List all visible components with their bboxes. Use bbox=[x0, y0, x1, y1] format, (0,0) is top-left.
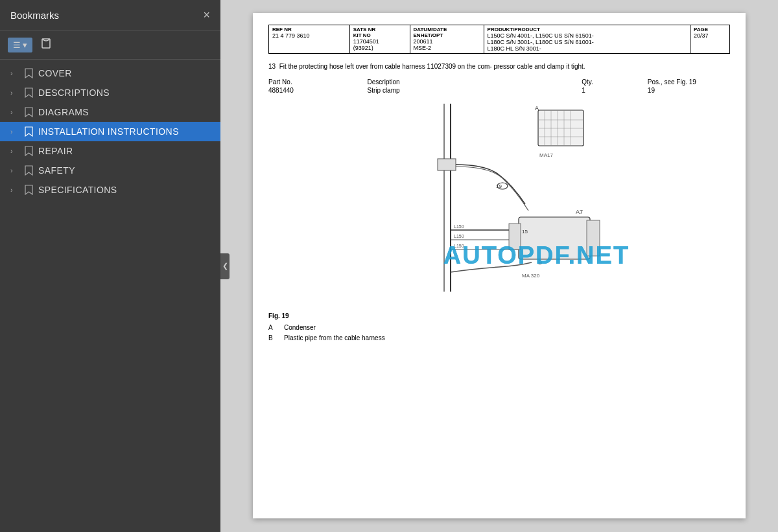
bookmark-item-icon bbox=[25, 68, 33, 78]
chevron-icon: › bbox=[10, 167, 19, 174]
svg-text:15: 15 bbox=[522, 229, 528, 235]
bookmark-item-cover[interactable]: › COVER bbox=[0, 64, 220, 83]
chevron-icon: › bbox=[10, 89, 19, 97]
bookmark-item-icon bbox=[25, 107, 33, 117]
svg-rect-15 bbox=[519, 217, 590, 259]
table-row: 4881440 Strip clamp 1 19 bbox=[268, 86, 730, 95]
sidebar-header: Bookmarks × bbox=[0, 0, 220, 30]
bookmark-item-safety[interactable]: › SAFETY bbox=[0, 161, 220, 180]
document-page: REF NR 21 4 779 3610 SATS NR KIT NO 1170… bbox=[253, 13, 746, 518]
bookmark-item-icon bbox=[25, 165, 33, 176]
document-header-table: REF NR 21 4 779 3610 SATS NR KIT NO 1170… bbox=[268, 25, 730, 54]
fig-item: BPlastic pipe from the cable harness bbox=[268, 333, 730, 343]
enhet-label: ENHET/OPT bbox=[414, 32, 480, 38]
parts-table: Part No. Description Qty. Pos., see Fig.… bbox=[268, 78, 730, 95]
bookmark-item-descriptions[interactable]: › DESCRIPTIONS bbox=[0, 83, 220, 102]
fig-label: Fig. 19 bbox=[268, 311, 730, 321]
svg-text:B: B bbox=[538, 259, 542, 266]
kit-no-sub: (93921) bbox=[353, 45, 407, 51]
bookmark-label: INSTALLATION INSTRUCTIONS bbox=[38, 126, 179, 137]
page-value: 20/37 bbox=[694, 32, 726, 39]
bookmark-label: SPECIFICATIONS bbox=[38, 185, 117, 195]
chevron-icon: › bbox=[10, 186, 19, 194]
bookmark-item-installation[interactable]: › INSTALLATION INSTRUCTIONS bbox=[0, 122, 220, 141]
svg-text:A7: A7 bbox=[576, 209, 583, 215]
list-icon: ☰ bbox=[13, 40, 21, 50]
svg-text:MA 320: MA 320 bbox=[522, 273, 540, 279]
svg-rect-31 bbox=[587, 220, 600, 256]
bookmark-item-icon bbox=[25, 87, 33, 98]
svg-rect-1 bbox=[538, 110, 584, 146]
bookmark-label: SAFETY bbox=[38, 165, 75, 176]
bookmark-toolbar-icon[interactable] bbox=[36, 36, 56, 54]
svg-text:L150: L150 bbox=[454, 234, 464, 238]
fig-item-letter: A bbox=[268, 323, 276, 333]
close-button[interactable]: × bbox=[203, 9, 210, 21]
ref-nr-label: REF NR bbox=[272, 27, 346, 32]
bookmark-item-icon bbox=[25, 185, 33, 195]
produkt-value: L150C S/N 4001-, L150C US S/N 61501- L18… bbox=[488, 32, 687, 52]
bookmark-item-icon bbox=[25, 126, 33, 137]
chevron-icon: › bbox=[10, 147, 19, 155]
bookmark-label: REPAIR bbox=[38, 146, 73, 156]
svg-text:MA17: MA17 bbox=[539, 152, 553, 158]
part-no-cell: 4881440 bbox=[268, 86, 368, 95]
svg-text:L150: L150 bbox=[454, 244, 464, 248]
bookmark-label: COVER bbox=[38, 68, 72, 78]
chevron-icon: › bbox=[10, 69, 19, 77]
description-cell: Strip clamp bbox=[368, 86, 582, 95]
svg-text:L150: L150 bbox=[454, 224, 464, 229]
bookmark-item-icon bbox=[25, 146, 33, 156]
list-dropdown-icon: ▾ bbox=[23, 40, 27, 50]
kit-no-value: 11704501 bbox=[353, 38, 407, 45]
fig-item: ACondenser bbox=[268, 323, 730, 333]
bookmark-label: DESCRIPTIONS bbox=[38, 87, 110, 98]
sidebar: Bookmarks × ☰ ▾ › COVER › bbox=[0, 0, 220, 532]
fig-item-text: Plastic pipe from the cable harness bbox=[284, 333, 385, 343]
sidebar-collapse-button[interactable]: ❮ bbox=[220, 253, 230, 279]
bookmark-icon-svg bbox=[40, 38, 52, 49]
sidebar-toolbar: ☰ ▾ bbox=[0, 30, 220, 60]
col-description: Description bbox=[368, 78, 582, 86]
qty-cell: 1 bbox=[582, 86, 648, 95]
enhet-value: MSE-2 bbox=[414, 45, 480, 51]
bookmark-item-repair[interactable]: › REPAIR bbox=[0, 141, 220, 161]
page-label: PAGE bbox=[694, 27, 726, 32]
sidebar-title: Bookmarks bbox=[10, 10, 59, 21]
instruction-body: Fit the protecting hose left over from c… bbox=[279, 63, 585, 70]
instruction-number: 13 bbox=[268, 63, 276, 70]
datum-value: 200611 bbox=[414, 38, 480, 45]
pos-cell: 19 bbox=[648, 86, 730, 95]
bookmark-item-specifications[interactable]: › SPECIFICATIONS bbox=[0, 180, 220, 200]
svg-rect-30 bbox=[509, 224, 521, 249]
main-content: REF NR 21 4 779 3610 SATS NR KIT NO 1170… bbox=[220, 0, 778, 532]
produkt-label: PRODUKT/PRODUCT bbox=[488, 27, 687, 32]
svg-rect-14 bbox=[438, 159, 456, 170]
col-pos: Pos., see Fig. 19 bbox=[648, 78, 730, 86]
list-view-button[interactable]: ☰ ▾ bbox=[8, 38, 32, 52]
kit-no-label: KIT NO bbox=[353, 32, 407, 38]
datum-label: DATUM/DATE bbox=[414, 27, 480, 32]
col-part-no: Part No. bbox=[268, 78, 368, 86]
diagram-area: A MA17 A7 bbox=[268, 104, 730, 305]
ref-nr-value: 21 4 779 3610 bbox=[272, 32, 346, 39]
instruction-text: 13 Fit the protecting hose left over fro… bbox=[268, 62, 730, 71]
chevron-icon: › bbox=[10, 128, 19, 135]
bookmark-item-diagrams[interactable]: › DIAGRAMS bbox=[0, 102, 220, 122]
fig-item-letter: B bbox=[268, 333, 276, 343]
svg-text:A: A bbox=[535, 105, 539, 111]
col-qty: Qty. bbox=[582, 78, 648, 86]
bookmark-label: DIAGRAMS bbox=[38, 107, 89, 117]
diagram-svg: A MA17 A7 bbox=[395, 104, 603, 305]
bookmark-list: › COVER › DESCRIPTIONS › DIAGRAMS › INST… bbox=[0, 60, 220, 532]
fig-item-text: Condenser bbox=[284, 323, 316, 333]
chevron-icon: › bbox=[10, 108, 19, 116]
fig-caption: Fig. 19 ACondenserBPlastic pipe from the… bbox=[268, 311, 730, 343]
sats-nr-label: SATS NR bbox=[353, 27, 407, 32]
